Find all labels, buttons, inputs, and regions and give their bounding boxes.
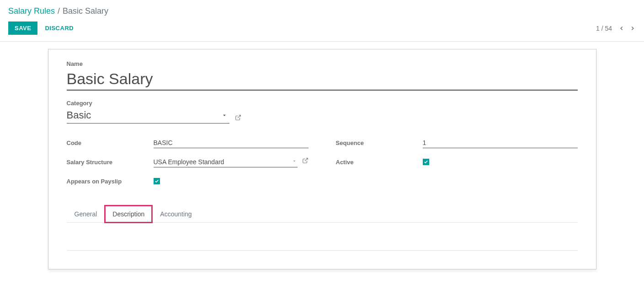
svg-line-1: [304, 158, 307, 161]
category-label: Category: [67, 100, 578, 107]
tab-content: [67, 223, 578, 251]
tab-general[interactable]: General: [67, 205, 105, 223]
pager-next-icon[interactable]: [629, 25, 636, 32]
code-label: Code: [67, 140, 154, 146]
tab-description[interactable]: Description: [105, 205, 152, 223]
pager-prev-icon[interactable]: [618, 25, 625, 32]
external-link-icon[interactable]: [302, 157, 309, 164]
name-label: Name: [67, 60, 578, 67]
appears-on-payslip-checkbox[interactable]: [154, 178, 160, 184]
name-input[interactable]: [67, 69, 578, 91]
code-input[interactable]: [154, 138, 309, 148]
sequence-label: Sequence: [336, 140, 423, 146]
salary-structure-label: Salary Structure: [67, 159, 154, 166]
pager-text: 1 / 54: [596, 25, 612, 32]
category-select[interactable]: [67, 108, 229, 123]
breadcrumb-separator: /: [58, 6, 60, 16]
discard-button[interactable]: Discard: [45, 25, 74, 32]
breadcrumb-current: Basic Salary: [63, 6, 108, 16]
save-button[interactable]: Save: [8, 21, 37, 35]
breadcrumb: Salary Rules / Basic Salary: [8, 6, 636, 16]
appears-on-payslip-label: Appears on Payslip: [67, 178, 154, 185]
active-label: Active: [336, 159, 423, 166]
sequence-input[interactable]: [423, 138, 578, 148]
tab-accounting[interactable]: Accounting: [152, 205, 199, 223]
tabs: General Description Accounting: [67, 205, 578, 223]
salary-structure-select[interactable]: [154, 157, 298, 167]
active-checkbox[interactable]: [423, 159, 429, 165]
breadcrumb-root[interactable]: Salary Rules: [8, 6, 55, 16]
form-sheet: Name Category Code: [48, 49, 596, 269]
external-link-icon[interactable]: [235, 114, 241, 121]
svg-line-0: [237, 115, 240, 118]
